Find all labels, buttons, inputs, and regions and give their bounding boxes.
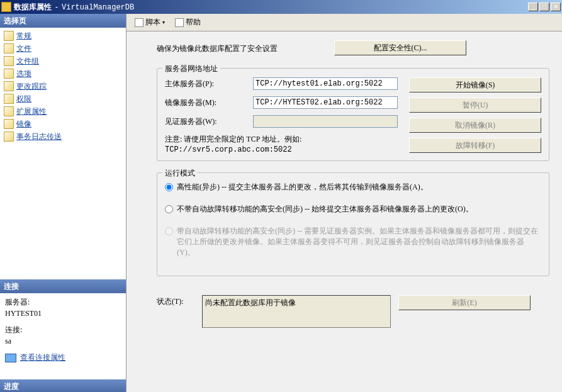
address-note: 注意: 请使用完全限定的 TCP 地址。例如: TCP://svr5.corp.… (165, 134, 398, 154)
server-value: HYTEST01 (5, 309, 121, 318)
server-label: 服务器: (5, 297, 121, 308)
principal-label: 主体服务器(P): (165, 79, 247, 89)
window-icon (1, 2, 11, 12)
mode-high-safe-auto-radio (165, 227, 173, 235)
nav-item-mirroring[interactable]: 镜像 (4, 118, 122, 130)
mode-group-legend: 运行模式 (162, 168, 198, 179)
start-mirroring-button[interactable]: 开始镜像(S) (409, 77, 541, 92)
nav-item-options[interactable]: 选项 (4, 68, 122, 79)
page-icon (4, 43, 14, 53)
select-page-header: 选择页 (0, 14, 126, 28)
conn-value: sa (5, 337, 121, 346)
page-icon (4, 94, 14, 104)
status-text: 尚未配置此数据库用于镜像 (202, 295, 391, 328)
close-button[interactable]: ✕ (551, 3, 561, 11)
page-icon (4, 31, 14, 41)
dropdown-caret-icon: ▾ (162, 20, 165, 25)
mode-high-safe-auto-label: 带自动故障转移功能的高安全(同步) -- 需要见证服务器实例。如果主体服务器和镜… (177, 226, 541, 258)
nav-item-change-tracking[interactable]: 更改跟踪 (4, 81, 122, 92)
mode-high-safe-noauto-label: 不带自动故障转移功能的高安全(同步) -- 始终提交主体服务器和镜像服务器上的更… (177, 204, 473, 215)
nav-item-files[interactable]: 文件 (4, 43, 122, 54)
security-message: 确保为镜像此数据库配置了安全设置 (157, 42, 278, 54)
conn-label: 连接: (5, 325, 121, 335)
progress-header: 进度 (0, 379, 126, 392)
connection-header: 连接 (0, 279, 126, 293)
page-icon (4, 81, 14, 91)
help-button[interactable]: 帮助 (171, 16, 205, 30)
page-icon (4, 119, 14, 129)
witness-label: 见证服务器(W): (165, 116, 247, 127)
script-icon (135, 18, 143, 27)
refresh-button: 刷新(E) (398, 295, 531, 310)
witness-input[interactable] (253, 115, 398, 128)
maximize-button[interactable]: □ (539, 3, 549, 11)
help-icon (175, 18, 184, 27)
mode-high-perf-label: 高性能(异步) -- 提交主体服务器上的更改，然后将其传输到镜像服务器(A)。 (177, 182, 428, 193)
minimize-button[interactable]: _ (528, 3, 538, 11)
mode-high-safe-noauto-radio[interactable] (165, 205, 173, 213)
configure-security-button[interactable]: 配置安全性(C)... (334, 40, 466, 55)
nav-item-general[interactable]: 常规 (4, 30, 122, 42)
network-group-legend: 服务器网络地址 (162, 64, 220, 74)
nav-item-log-shipping[interactable]: 事务日志传送 (4, 131, 122, 142)
window-title: 数据库属性 - VirtualManagerDB (14, 2, 528, 13)
nav-item-permissions[interactable]: 权限 (4, 93, 122, 104)
script-button[interactable]: 脚本 ▾ (130, 16, 169, 30)
failover-button: 故障转移(F) (409, 138, 541, 153)
mirror-input[interactable] (253, 96, 398, 109)
page-icon (4, 132, 14, 142)
view-connection-props-link[interactable]: 查看连接属性 (20, 352, 65, 363)
connection-props-icon (5, 354, 16, 362)
status-label: 状态(T): (157, 295, 194, 307)
page-icon (4, 106, 14, 116)
mirror-label: 镜像服务器(M): (165, 98, 247, 108)
mode-high-perf-radio[interactable] (165, 183, 173, 191)
nav-item-filegroups[interactable]: 文件组 (4, 55, 122, 67)
principal-input[interactable] (253, 77, 398, 90)
page-icon (4, 69, 14, 79)
cancel-mirroring-button: 取消镜像(R) (409, 118, 541, 133)
page-icon (4, 56, 14, 66)
pause-button: 暂停(U) (409, 98, 541, 113)
nav-item-extended-props[interactable]: 扩展属性 (4, 106, 122, 117)
